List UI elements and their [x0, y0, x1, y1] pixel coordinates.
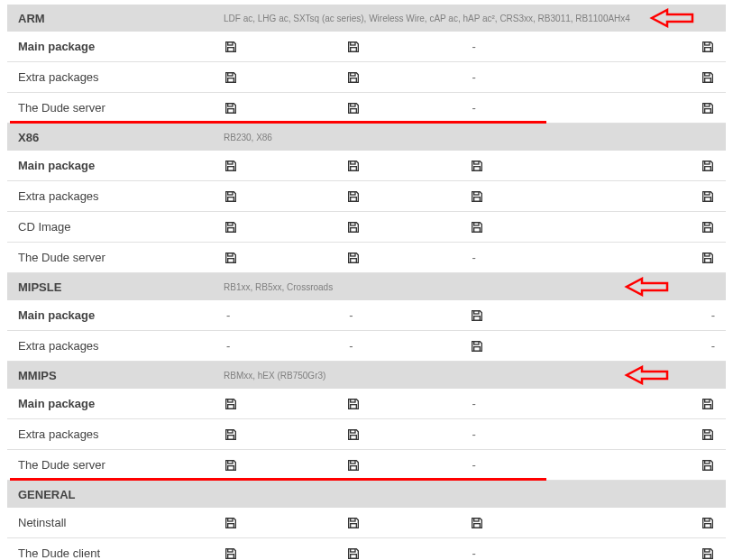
svg-rect-67 [351, 465, 357, 470]
svg-rect-34 [228, 222, 233, 225]
section-subtitle: RB1xx, RB5xx, Crossroads [224, 282, 715, 292]
download-disk-icon[interactable] [224, 397, 238, 411]
table-row: Extra packages [7, 181, 726, 212]
download-cell: - [470, 458, 592, 473]
svg-rect-18 [228, 161, 233, 163]
download-disk-icon[interactable] [224, 159, 238, 173]
download-disk-icon[interactable] [701, 189, 715, 204]
download-disk-icon[interactable] [346, 516, 361, 530]
download-disk-icon[interactable] [701, 70, 715, 85]
download-cell: - [592, 308, 715, 323]
svg-rect-15 [351, 108, 357, 113]
row-label: Extra packages [18, 70, 224, 84]
download-cell [592, 458, 715, 473]
download-disk-icon[interactable] [346, 427, 361, 442]
svg-rect-6 [228, 72, 233, 75]
download-disk-icon[interactable] [470, 308, 484, 323]
download-cell [224, 397, 346, 411]
download-disk-icon[interactable] [346, 546, 361, 561]
svg-rect-1 [228, 47, 234, 51]
download-cell [224, 516, 346, 530]
svg-rect-25 [705, 166, 711, 170]
download-disk-icon[interactable] [224, 220, 238, 234]
download-disk-icon[interactable] [346, 189, 361, 204]
download-disk-icon[interactable] [470, 189, 484, 204]
download-disk-icon[interactable] [701, 397, 715, 411]
download-disk-icon[interactable] [346, 397, 361, 411]
section-subtitle: RBMxx, hEX (RB750Gr3) [224, 371, 715, 381]
svg-rect-66 [351, 460, 355, 463]
svg-rect-68 [705, 460, 710, 463]
svg-rect-65 [228, 465, 234, 470]
not-available-dash: - [470, 251, 476, 264]
download-disk-icon[interactable] [346, 458, 361, 473]
download-disk-icon[interactable] [224, 458, 238, 473]
not-available-dash: - [470, 101, 476, 115]
svg-rect-33 [705, 197, 711, 201]
download-disk-icon[interactable] [470, 220, 484, 234]
download-disk-icon[interactable] [701, 101, 715, 115]
svg-rect-39 [473, 227, 480, 232]
download-disk-icon[interactable] [470, 159, 484, 173]
row-label: Main package [18, 40, 224, 53]
svg-rect-49 [473, 316, 480, 320]
download-disk-icon[interactable] [346, 251, 361, 265]
table-row: Main package- [7, 32, 726, 62]
section-header: ARMLDF ac, LHG ac, SXTsq (ac series), Wi… [7, 5, 726, 32]
download-cell [470, 339, 592, 353]
download-disk-icon[interactable] [701, 40, 715, 54]
download-disk-icon[interactable] [701, 516, 715, 530]
download-cell: - [470, 427, 592, 442]
download-disk-icon[interactable] [701, 251, 715, 265]
download-cell [346, 427, 469, 442]
download-disk-icon[interactable] [701, 458, 715, 473]
download-disk-icon[interactable] [224, 70, 238, 85]
download-disk-icon[interactable] [701, 546, 715, 561]
row-label: The Dude server [18, 251, 224, 264]
download-cell [224, 159, 346, 173]
download-disk-icon[interactable] [224, 101, 238, 115]
row-label: Extra packages [18, 189, 224, 203]
download-cell [224, 458, 346, 473]
download-disk-icon[interactable] [224, 516, 238, 530]
download-disk-icon[interactable] [470, 339, 484, 353]
svg-rect-40 [705, 222, 710, 225]
download-cell [346, 458, 469, 473]
svg-rect-51 [473, 346, 480, 351]
download-disk-icon[interactable] [346, 70, 361, 85]
svg-rect-69 [705, 465, 711, 470]
svg-rect-5 [705, 47, 711, 51]
download-disk-icon[interactable] [346, 101, 361, 115]
not-available-dash: - [709, 308, 715, 322]
svg-rect-26 [228, 191, 233, 194]
row-label: The Dude client [18, 546, 224, 560]
not-available-dash: - [470, 546, 476, 560]
svg-rect-9 [351, 78, 357, 82]
download-cell [592, 427, 715, 442]
download-disk-icon[interactable] [701, 427, 715, 442]
download-disk-icon[interactable] [224, 189, 238, 204]
download-disk-icon[interactable] [701, 159, 715, 173]
section-header: MMIPSRBMxx, hEX (RB750Gr3) [7, 362, 726, 389]
section-title: MMIPS [18, 369, 224, 382]
download-disk-icon[interactable] [346, 220, 361, 234]
svg-rect-8 [351, 72, 355, 75]
download-cell [592, 516, 715, 530]
svg-rect-20 [351, 161, 355, 163]
download-cell: - [470, 40, 592, 54]
download-disk-icon[interactable] [224, 427, 238, 442]
section-subtitle: LDF ac, LHG ac, SXTsq (ac series), Wirel… [224, 14, 715, 23]
download-disk-icon[interactable] [224, 251, 238, 265]
not-available-dash: - [470, 40, 476, 53]
download-disk-icon[interactable] [470, 516, 484, 530]
download-disk-icon[interactable] [346, 159, 361, 173]
table-row: Extra packages- [7, 419, 726, 450]
download-disk-icon[interactable] [224, 40, 238, 54]
download-disk-icon[interactable] [346, 40, 361, 54]
download-disk-icon[interactable] [224, 546, 238, 561]
not-available-dash: - [224, 339, 230, 353]
svg-rect-63 [705, 435, 711, 439]
svg-rect-7 [228, 78, 234, 82]
download-disk-icon[interactable] [701, 220, 715, 234]
svg-rect-32 [705, 191, 710, 194]
